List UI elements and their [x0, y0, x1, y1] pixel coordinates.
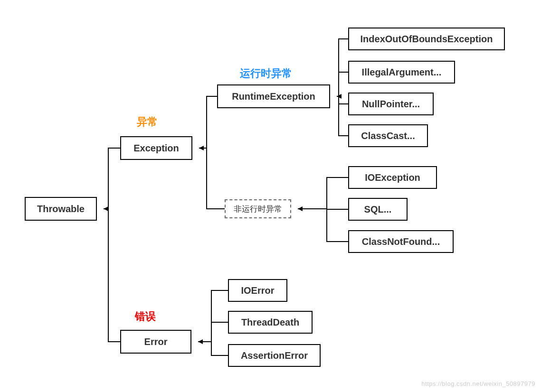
node-throwable: Throwable [25, 197, 97, 221]
node-illegal-arg: IllegalArgument... [348, 61, 455, 84]
watermark: https://blog.csdn.net/weixin_50897979 [421, 380, 535, 387]
node-exception: Exception [120, 136, 192, 160]
node-runtime-exception: RuntimeException [217, 84, 330, 108]
annotation-error: 错误 [135, 309, 156, 324]
node-sql: SQL... [348, 198, 408, 221]
node-index-oob: IndexOutOfBoundsException [348, 28, 505, 50]
node-thread-death: ThreadDeath [228, 311, 313, 334]
diagram-canvas: 运行时异常 异常 错误 Throwable Exception Error Ru… [0, 0, 541, 392]
node-io-error: IOError [228, 279, 287, 302]
node-class-not-found: ClassNotFound... [348, 230, 454, 253]
annotation-exception: 异常 [137, 115, 158, 129]
node-null-pointer: NullPointer... [348, 93, 434, 115]
node-io-exception: IOException [348, 166, 437, 189]
node-class-cast: ClassCast... [348, 124, 428, 147]
node-assertion-error: AssertionError [228, 344, 321, 367]
node-non-runtime: 非运行时异常 [225, 199, 291, 218]
node-error: Error [120, 330, 191, 354]
annotation-runtime: 运行时异常 [240, 66, 292, 81]
